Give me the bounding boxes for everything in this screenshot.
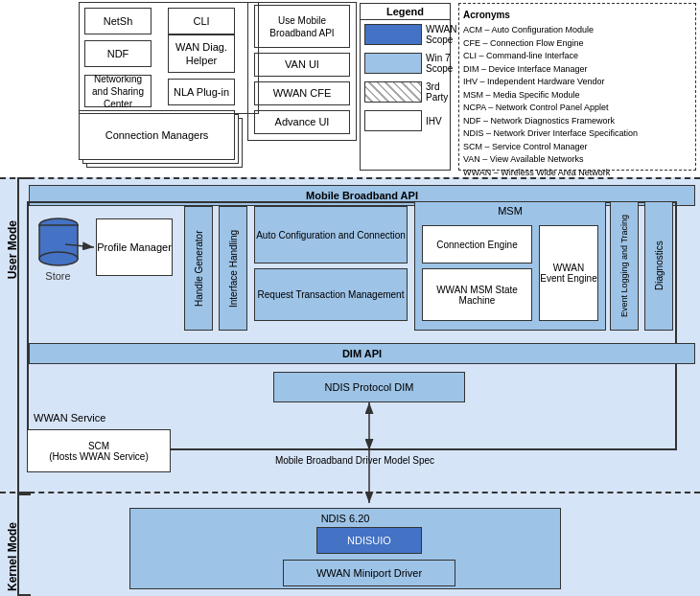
interface-handling-box: Interface Handling: [219, 206, 247, 331]
diagram-container: User Mode Kernel Mode NetSh CLI NDF WAN …: [0, 0, 700, 596]
store-cylinder-svg: [37, 216, 80, 268]
wwan-miniport-box: WWAN Miniport Driver: [283, 560, 455, 586]
acronym-cfe: CFE – Connection Flow Engine: [463, 37, 691, 51]
wwan-service-label: WWAN Service: [34, 412, 105, 424]
legend-item-wwan: WWAN Scope: [361, 20, 450, 49]
acronym-msm: MSM – Media Specific Module: [463, 89, 691, 103]
acronym-ndis: NDIS – Network Driver Interface Specific…: [463, 127, 691, 141]
ndis620-title: NDIS 6.20: [130, 509, 560, 528]
acronym-ndf: NDF – Network Diagnostics Framework: [463, 115, 691, 128]
connection-managers-group: Connection Managers: [79, 110, 246, 175]
wwan-event-box: WWAN Event Engine: [539, 225, 598, 321]
connection-engine-box: Connection Engine: [422, 225, 532, 264]
diagnostics-box: Diagnostics: [644, 201, 673, 331]
ihv-label: IHV: [426, 116, 442, 126]
svg-point-2: [39, 252, 78, 265]
handle-generator-box: Handle Generator: [184, 206, 213, 331]
wwan-swatch: [364, 24, 422, 45]
auto-config-box: Auto Configuration and Connection: [254, 206, 408, 264]
legend-item-win7: Win 7 Scope: [361, 49, 450, 78]
legend-box: Legend WWAN Scope Win 7 Scope 3rd Party …: [360, 3, 451, 171]
top-tools-border2: [247, 2, 357, 141]
acronym-dim: DIM – Device Interface Manager: [463, 63, 691, 77]
mobile-driver-label: Mobile Broadband Driver Model Spec: [249, 455, 460, 466]
ndisuio-box: NDISUIO: [316, 527, 422, 554]
store-label: Store: [45, 270, 70, 282]
win7-swatch: [364, 53, 422, 74]
acronym-van: VAN – View Available Networks: [463, 153, 691, 167]
wwan-label: WWAN Scope: [426, 24, 456, 45]
ndis-protocol-box: NDIS Protocol DIM: [273, 372, 465, 402]
acronym-wwan: WWAN – Wireless Wide Area Network: [463, 167, 691, 180]
scm-box: SCM (Hosts WWAN Service): [27, 429, 171, 472]
3rdparty-label: 3rd Party: [426, 81, 448, 103]
ihv-swatch: [364, 110, 422, 131]
legend-item-ihv: IHV: [361, 106, 450, 135]
top-tools-border: [79, 2, 259, 114]
legend-item-3rdparty: 3rd Party: [361, 78, 450, 106]
acronym-ihv: IHV – Independent Hardware Vendor: [463, 76, 691, 89]
user-mode-bracket: [17, 177, 31, 493]
acronym-acm: ACM – Auto Configuration Module: [463, 24, 691, 37]
legend-title: Legend: [361, 4, 450, 20]
profile-manager-box: Profile Manager: [96, 218, 173, 276]
3rdparty-swatch: [364, 81, 422, 103]
win7-label: Win 7 Scope: [426, 53, 453, 74]
acronym-ncpa: NCPA – Network Control Panel Applet: [463, 102, 691, 115]
msm-title: MSM: [415, 202, 605, 219]
connection-managers-box: Connection Managers: [79, 110, 235, 160]
kernel-mode-bracket: [17, 493, 31, 596]
wwan-msm-box: WWAN MSM State Machine: [422, 268, 532, 321]
dim-api-label: DIM API: [29, 343, 695, 364]
acronym-scm: SCM – Service Control Manager: [463, 141, 691, 154]
event-logging-box: Event Logging and Tracing: [610, 201, 639, 331]
acronyms-title: Acronyms: [463, 8, 691, 22]
req-transaction-box: Request Transaction Management: [254, 268, 408, 321]
store-container: Store: [27, 216, 89, 292]
acronyms-box: Acronyms ACM – Auto Configuration Module…: [458, 3, 696, 171]
acronym-cli: CLI – Command-line Interface: [463, 50, 691, 63]
